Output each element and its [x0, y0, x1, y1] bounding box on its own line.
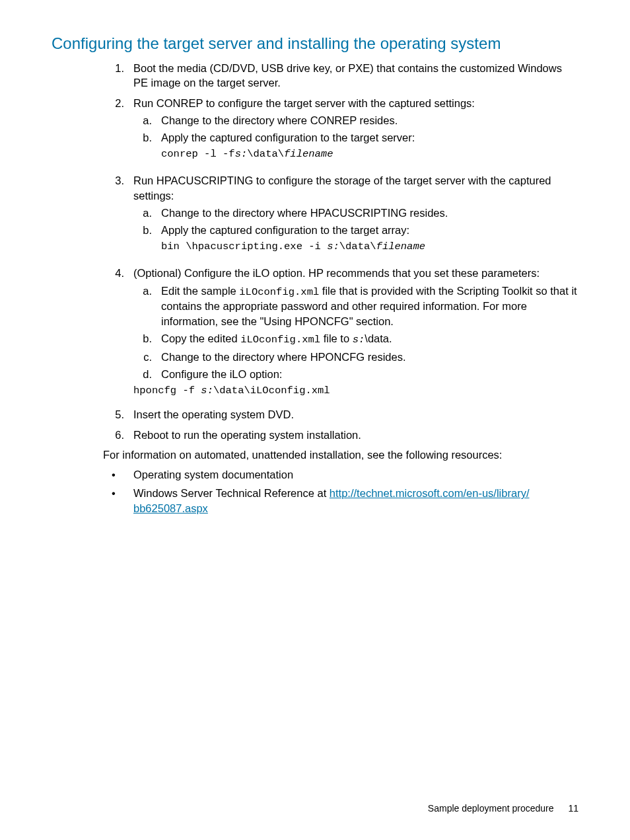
code-text: conrep -l -f	[161, 148, 235, 160]
text-run: \data.	[365, 332, 392, 344]
substep-text: Change to the directory where HPONCFG re…	[161, 350, 406, 364]
step-intro: Run HPACUSCRIPTING to configure the stor…	[133, 174, 551, 201]
code-text: \data\	[247, 148, 284, 160]
step-text: Run HPACUSCRIPTING to configure the stor…	[133, 173, 578, 260]
substep-text: Configure the iLO option:	[161, 367, 282, 381]
step-text: (Optional) Configure the iLO option. HP …	[133, 266, 578, 402]
code-text: \data\	[339, 241, 376, 252]
text-run: file to	[320, 332, 353, 344]
substep-a: a. Edit the sample iLOconfig.xml file th…	[133, 284, 578, 328]
list-item: • Windows Server Technical Reference at …	[103, 486, 529, 515]
substep-text: Apply the captured configuration to the …	[161, 130, 415, 165]
code-var: filename	[284, 148, 333, 160]
step-intro: Run CONREP to configure the target serve…	[133, 97, 475, 109]
step-2: 2. Run CONREP to configure the target se…	[103, 96, 475, 169]
substep-b: b. Apply the captured configuration to t…	[133, 223, 425, 258]
substep-a: a. Change to the directory where CONREP …	[133, 113, 398, 128]
page-footer: Sample deployment procedure 11	[428, 803, 578, 814]
step-marker: 1.	[103, 61, 133, 91]
substep-marker: d.	[133, 367, 161, 381]
inline-code: iLOconfig.xml	[239, 286, 319, 298]
substep-c: c. Change to the directory where HPONCFG…	[133, 350, 406, 364]
step-text: Reboot to run the operating system insta…	[133, 428, 361, 442]
substep-marker: a.	[133, 284, 161, 328]
code-block: hponcfg -f s:\data\iLOconfig.xml	[133, 384, 578, 398]
substep-text: Change to the directory where HPACUSCRIP…	[161, 206, 448, 220]
substeps: a. Change to the directory where HPACUSC…	[133, 206, 578, 258]
inline-code: iLOconfig.xml	[240, 334, 320, 346]
link-text: bb625087.aspx	[133, 502, 208, 514]
code-text: hponcfg -f	[133, 385, 201, 397]
substep-b: b. Copy the edited iLOconfig.xml file to…	[133, 331, 392, 347]
code-var: s:	[235, 148, 248, 160]
code-var: filename	[376, 241, 425, 252]
step-marker: 4.	[103, 266, 133, 402]
page-content: Configuring the target server and instal…	[0, 0, 630, 515]
substep-intro: Apply the captured configuration to the …	[161, 132, 415, 143]
text-run: Copy the edited	[161, 332, 240, 344]
substep-text: Apply the captured configuration to the …	[161, 223, 425, 258]
code-block: bin \hpacuscripting.exe -i s:\data\filen…	[161, 240, 425, 254]
step-marker: 2.	[103, 96, 133, 169]
numbered-steps: 1. Boot the media (CD/DVD, USB drive key…	[103, 61, 578, 442]
step-marker: 6.	[103, 428, 133, 442]
substep-text: Change to the directory where CONREP res…	[161, 113, 398, 128]
step-1: 1. Boot the media (CD/DVD, USB drive key…	[103, 61, 578, 91]
substep-marker: c.	[133, 350, 161, 364]
step-text: Boot the media (CD/DVD, USB drive key, o…	[133, 61, 578, 91]
code-block: conrep -l -fs:\data\filename	[161, 147, 415, 161]
substeps: a. Edit the sample iLOconfig.xml file th…	[133, 284, 578, 382]
code-var: s:	[353, 334, 365, 346]
bullet-icon: •	[103, 467, 133, 482]
code-var: s:	[201, 385, 213, 397]
paragraph: For information on automated, unattended…	[103, 447, 578, 462]
step-4: 4. (Optional) Configure the iLO option. …	[103, 266, 578, 402]
text-run: Edit the sample	[161, 285, 239, 297]
substep-marker: a.	[133, 113, 161, 128]
section-heading: Configuring the target server and instal…	[52, 34, 578, 53]
step-text: Insert the operating system DVD.	[133, 407, 294, 422]
step-intro: (Optional) Configure the iLO option. HP …	[133, 267, 540, 279]
link-text: http://technet.microsoft.com/en-us/libra…	[330, 487, 530, 499]
code-var: s:	[327, 241, 339, 252]
step-marker: 3.	[103, 173, 133, 260]
code-text: bin \hpacuscripting.exe -i	[161, 241, 327, 252]
substep-text: Edit the sample iLOconfig.xml file that …	[161, 284, 578, 328]
list-text: Operating system documentation	[133, 467, 293, 482]
substep-text: Copy the edited iLOconfig.xml file to s:…	[161, 331, 392, 347]
substep-marker: b.	[133, 223, 161, 258]
substeps: a. Change to the directory where CONREP …	[133, 113, 475, 165]
footer-label: Sample deployment procedure	[428, 803, 554, 814]
substep-marker: a.	[133, 206, 161, 220]
step-6: 6. Reboot to run the operating system in…	[103, 428, 361, 442]
text-run: Windows Server Technical Reference at	[133, 487, 330, 499]
substep-a: a. Change to the directory where HPACUSC…	[133, 206, 448, 220]
substep-marker: b.	[133, 331, 161, 347]
substep-intro: Apply the captured configuration to the …	[161, 224, 409, 236]
step-5: 5. Insert the operating system DVD.	[103, 407, 294, 422]
list-text: Windows Server Technical Reference at ht…	[133, 486, 529, 515]
page-number: 11	[568, 803, 578, 814]
step-3: 3. Run HPACUSCRIPTING to configure the s…	[103, 173, 578, 260]
list-item: • Operating system documentation	[103, 467, 293, 482]
body-content: 1. Boot the media (CD/DVD, USB drive key…	[52, 61, 578, 515]
substep-d: d. Configure the iLO option:	[133, 367, 282, 381]
code-text: \data\iLOconfig.xml	[213, 385, 330, 397]
substep-marker: b.	[133, 130, 161, 165]
bullet-icon: •	[103, 486, 133, 515]
bullet-list: • Operating system documentation • Windo…	[103, 467, 578, 515]
step-marker: 5.	[103, 407, 133, 422]
step-text: Run CONREP to configure the target serve…	[133, 96, 475, 169]
substep-b: b. Apply the captured configuration to t…	[133, 130, 415, 165]
